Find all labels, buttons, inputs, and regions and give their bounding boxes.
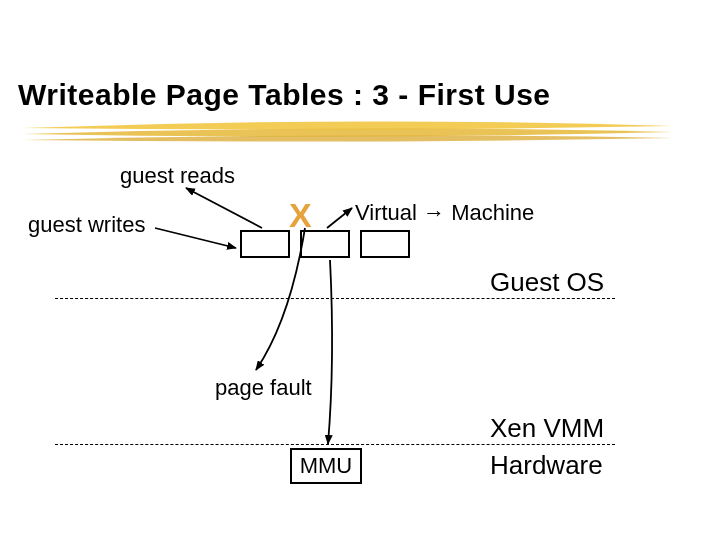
pagetable-entry-3 xyxy=(360,230,410,258)
title-underline xyxy=(18,118,678,146)
label-virtual-machine: Virtual → Machine xyxy=(355,200,534,226)
divider-xen-vmm xyxy=(55,444,615,445)
label-guest-writes: guest writes xyxy=(28,212,145,238)
x-mark-icon: X xyxy=(289,196,312,235)
label-xen-vmm: Xen VMM xyxy=(490,413,604,444)
label-page-fault: page fault xyxy=(215,375,312,401)
label-guest-os: Guest OS xyxy=(490,267,604,298)
arrow-guest-writes xyxy=(155,228,236,248)
label-hardware: Hardware xyxy=(490,450,603,481)
arrow-mmu xyxy=(328,260,332,444)
arrow-guest-reads xyxy=(186,188,262,228)
pagetable-entry-1 xyxy=(240,230,290,258)
slide-title: Writeable Page Tables : 3 - First Use xyxy=(18,78,551,112)
label-guest-reads: guest reads xyxy=(120,163,235,189)
arrow-virtual-machine xyxy=(327,208,352,228)
mmu-box: MMU xyxy=(290,448,362,484)
divider-guest-os xyxy=(55,298,615,299)
